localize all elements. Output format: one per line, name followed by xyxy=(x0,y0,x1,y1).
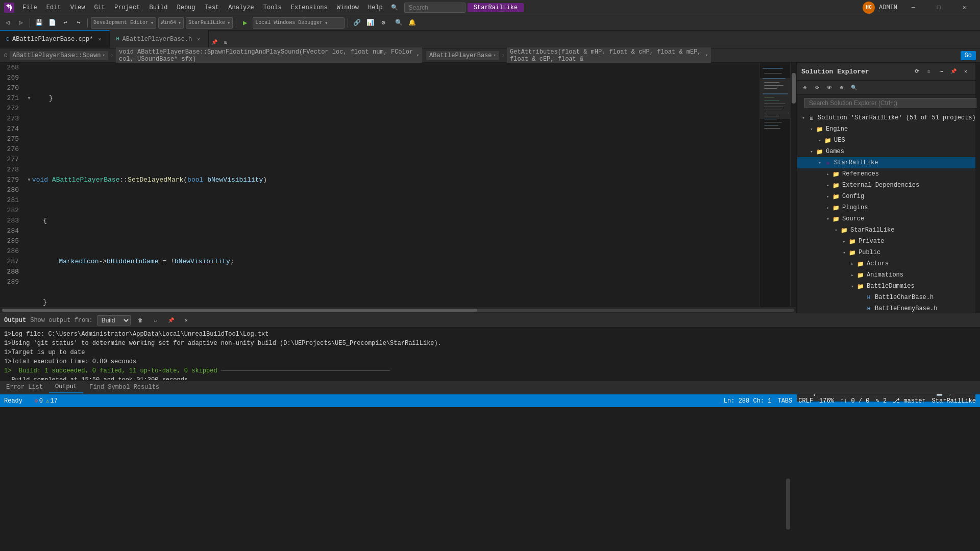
tree-battlecharbase[interactable]: ▸ H BattleCharBase.h xyxy=(797,292,975,303)
se-filter-btn[interactable]: ≡ xyxy=(923,66,935,77)
status-project[interactable]: StarRailLike xyxy=(932,397,976,405)
toolbar-save-all[interactable]: 📄 xyxy=(46,17,58,29)
tab-cpp[interactable]: C ABattlePlayerBase.cpp* ✕ xyxy=(0,30,110,48)
tree-starraillike[interactable]: ▾ ◈ StarRailLike xyxy=(797,157,975,168)
tree-private[interactable]: ▸ 📁 Private xyxy=(797,236,975,247)
tab-pin[interactable]: 📌 xyxy=(209,37,220,48)
tree-animations[interactable]: ▸ 📁 Animations xyxy=(797,269,975,281)
h-scrollbar[interactable] xyxy=(0,307,796,313)
tree-public[interactable]: ▾ 📁 Public xyxy=(797,247,975,258)
se-pin-btn[interactable]: 📌 xyxy=(948,66,959,77)
status-ready[interactable]: Ready xyxy=(4,397,22,405)
toolbar-search-btn[interactable]: 🔍 xyxy=(393,17,404,29)
tree-plugins[interactable]: ▸ 📁 Plugins xyxy=(797,202,975,213)
toolbar-forward[interactable]: ▷ xyxy=(15,17,27,29)
toolbar-attach[interactable]: 🔗 xyxy=(351,17,362,29)
menu-test[interactable]: Test xyxy=(201,3,224,12)
menu-view[interactable]: View xyxy=(66,3,89,12)
tree-references[interactable]: ▸ 📁 References xyxy=(797,168,975,180)
toolbar-redo[interactable]: ↪ xyxy=(73,17,84,29)
tree-source[interactable]: ▾ 📁 Source xyxy=(797,213,975,224)
output-clear-btn[interactable]: 🗑 xyxy=(135,315,146,326)
menu-build[interactable]: Build xyxy=(145,3,172,12)
toolbar-notifications[interactable]: 🔔 xyxy=(406,17,418,29)
se-close-btn[interactable]: ✕ xyxy=(960,66,971,77)
solution-dropdown[interactable]: StarRailLike ▾ xyxy=(186,17,233,29)
se-settings-btn[interactable]: ⚙ xyxy=(836,82,847,93)
status-encoding[interactable]: CRLF xyxy=(798,397,813,405)
tree-config[interactable]: ▸ 📁 Config xyxy=(797,191,975,202)
code-area[interactable]: 268 269 270 271 272 273 274 275 276 277 … xyxy=(0,63,796,307)
tab-cpp-close[interactable]: ✕ xyxy=(96,36,103,43)
toolbar-performance[interactable]: 📊 xyxy=(364,17,376,29)
platform-dropdown[interactable]: Win64 ▾ xyxy=(158,17,184,29)
tree-battleenemybase[interactable]: ▸ H BattleEnemyBase.h xyxy=(797,303,975,314)
tab-h[interactable]: H ABattlePlayerBase.h ✕ xyxy=(110,30,209,48)
close-button[interactable]: ✕ xyxy=(952,0,976,15)
tree-games[interactable]: ▾ 📁 Games xyxy=(797,146,975,157)
toolbar-save[interactable]: 💾 xyxy=(33,17,44,29)
menu-help[interactable]: Help xyxy=(364,3,387,12)
tab-find-results[interactable]: Find Symbol Results xyxy=(83,382,165,393)
se-view-btn[interactable]: 👁 xyxy=(824,82,835,93)
toolbar-back[interactable]: ◁ xyxy=(2,17,13,29)
config-dropdown[interactable]: Development Editor ▾ xyxy=(91,17,156,29)
v-scrollbar[interactable] xyxy=(790,63,796,307)
status-error-count[interactable]: ↑↓ 0 / 0 xyxy=(840,397,870,405)
tree-solution[interactable]: ▾ ⊞ Solution 'StarRailLike' (51 of 51 pr… xyxy=(797,112,975,123)
tree-ues[interactable]: ▸ 📁 UES xyxy=(797,135,975,146)
se-refresh-btn[interactable]: ⟳ xyxy=(812,82,823,93)
tab-split[interactable]: ⊞ xyxy=(220,37,231,48)
tab-error-list[interactable]: Error List xyxy=(0,382,49,393)
code-content[interactable]: ▾ } ▾void ABattlePlayerBase::SetDelayedM… xyxy=(23,63,760,307)
tree-ext-deps[interactable]: ▸ 📁 External Dependencies xyxy=(797,180,975,191)
menu-project[interactable]: Project xyxy=(110,3,144,12)
status-zoom[interactable]: 176% xyxy=(819,397,834,405)
title-search-input[interactable] xyxy=(404,3,465,13)
status-warnings[interactable]: 17 xyxy=(50,397,57,405)
tree-actors[interactable]: ▸ 📁 Actors xyxy=(797,258,975,269)
output-close-btn[interactable]: ✕ xyxy=(181,315,192,326)
status-intellisense[interactable]: ✎ 2 xyxy=(876,397,887,405)
tree-srl-inner[interactable]: ▾ 📁 StarRailLike xyxy=(797,224,975,236)
status-position[interactable]: Ln: 288 Ch: 1 xyxy=(724,397,772,405)
menu-edit[interactable]: Edit xyxy=(42,3,65,12)
minimize-button[interactable]: ─ xyxy=(901,0,925,15)
output-wrap-btn[interactable]: ↵ xyxy=(150,315,161,326)
nav-method-dropdown[interactable]: void ABattlePlayerBase::SpawnFloatingAnd… xyxy=(116,47,422,64)
tree-engine-folder-icon: 📁 xyxy=(816,125,824,133)
maximize-button[interactable]: □ xyxy=(927,0,950,15)
debugger-dropdown[interactable]: Local Windows Debugger ▾ xyxy=(253,17,345,29)
tree-battledummies[interactable]: ▾ 📁 BattleDummies xyxy=(797,281,975,292)
go-button[interactable]: Go xyxy=(961,51,976,60)
status-tabs[interactable]: TABS xyxy=(777,397,792,405)
se-filter2-btn[interactable]: 🔍 xyxy=(848,82,860,93)
toolbar-undo[interactable]: ↩ xyxy=(60,17,71,29)
output-pin-btn[interactable]: 📌 xyxy=(165,315,177,326)
se-collapse-btn[interactable]: ⊖ xyxy=(799,82,811,93)
nav-class-label: ABattlePlayerBase::Spawn xyxy=(13,52,101,59)
status-branch[interactable]: ⎇ master xyxy=(893,397,925,405)
menu-debug[interactable]: Debug xyxy=(173,3,199,12)
se-search-input[interactable] xyxy=(804,98,976,108)
toolbar-settings[interactable]: ⚙ xyxy=(378,17,389,29)
show-output-select[interactable]: Build Debug xyxy=(97,315,131,325)
se-options-btn[interactable]: ⋯ xyxy=(936,66,947,77)
menu-analyze[interactable]: Analyze xyxy=(224,3,258,12)
menu-git[interactable]: Git xyxy=(90,3,109,12)
nav-class-dropdown[interactable]: ABattlePlayerBase::Spawn ▾ xyxy=(10,51,108,60)
output-vscroll[interactable] xyxy=(786,479,790,530)
nav-class2-dropdown[interactable]: ABattlePlayerBase ▾ xyxy=(426,51,499,60)
se-sync-btn[interactable]: ⟳ xyxy=(911,66,922,77)
output-content[interactable]: 1>Log file: C:\Users\Administrator\AppDa… xyxy=(0,328,980,380)
nav-method2-dropdown[interactable]: GetAttributes(float & mHP, float & cHP, … xyxy=(507,47,711,64)
menu-extensions[interactable]: Extensions xyxy=(287,3,332,12)
tree-engine[interactable]: ▾ 📁 Engine xyxy=(797,123,975,135)
toolbar-run[interactable]: ▶ xyxy=(239,17,251,29)
menu-tools[interactable]: Tools xyxy=(259,3,286,12)
tab-h-close[interactable]: ✕ xyxy=(195,36,202,43)
status-errors[interactable]: 0 xyxy=(39,397,43,405)
menu-file[interactable]: File xyxy=(18,3,41,12)
menu-window[interactable]: Window xyxy=(333,3,363,12)
tab-output[interactable]: Output xyxy=(49,381,83,393)
